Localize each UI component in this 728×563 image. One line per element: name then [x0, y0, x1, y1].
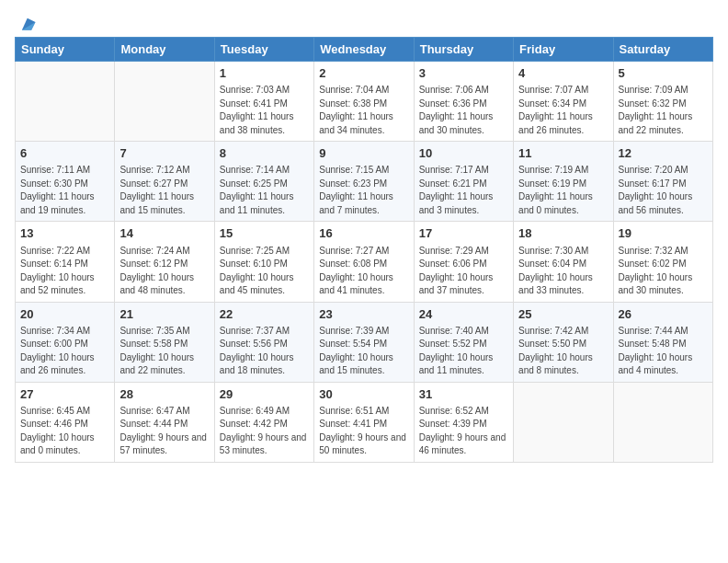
day-info: Sunrise: 7:20 AM Sunset: 6:17 PM Dayligh…	[619, 164, 708, 217]
calendar-table: SundayMondayTuesdayWednesdayThursdayFrid…	[15, 37, 713, 463]
day-number: 11	[518, 145, 608, 162]
calendar-cell: 5Sunrise: 7:09 AM Sunset: 6:32 PM Daylig…	[613, 62, 712, 142]
calendar-cell: 24Sunrise: 7:40 AM Sunset: 5:52 PM Dayli…	[414, 302, 513, 382]
calendar-cell: 8Sunrise: 7:14 AM Sunset: 6:25 PM Daylig…	[214, 142, 313, 222]
day-number: 25	[518, 306, 608, 323]
day-info: Sunrise: 7:44 AM Sunset: 5:48 PM Dayligh…	[619, 325, 708, 378]
calendar-cell: 26Sunrise: 7:44 AM Sunset: 5:48 PM Dayli…	[613, 302, 712, 382]
day-of-week-header: Tuesday	[214, 38, 313, 62]
day-info: Sunrise: 6:47 AM Sunset: 4:44 PM Dayligh…	[119, 405, 209, 458]
day-number: 26	[619, 306, 708, 323]
day-number: 20	[20, 306, 109, 323]
page-header	[15, 15, 713, 29]
calendar-cell: 17Sunrise: 7:29 AM Sunset: 6:06 PM Dayli…	[414, 222, 513, 302]
calendar-cell: 12Sunrise: 7:20 AM Sunset: 6:17 PM Dayli…	[613, 142, 712, 222]
calendar-week-row: 27Sunrise: 6:45 AM Sunset: 4:46 PM Dayli…	[16, 382, 713, 462]
calendar-cell	[613, 382, 712, 462]
day-info: Sunrise: 7:19 AM Sunset: 6:19 PM Dayligh…	[518, 164, 608, 217]
logo-icon	[17, 15, 37, 35]
day-number: 17	[419, 225, 508, 242]
calendar-cell: 10Sunrise: 7:17 AM Sunset: 6:21 PM Dayli…	[414, 142, 513, 222]
day-number: 22	[220, 306, 309, 323]
calendar-cell: 31Sunrise: 6:52 AM Sunset: 4:39 PM Dayli…	[414, 382, 513, 462]
day-info: Sunrise: 7:06 AM Sunset: 6:36 PM Dayligh…	[419, 84, 508, 137]
day-number: 14	[119, 225, 209, 242]
day-of-week-header: Saturday	[613, 38, 712, 62]
day-of-week-header: Wednesday	[314, 38, 414, 62]
day-of-week-header: Friday	[514, 38, 613, 62]
day-number: 27	[20, 386, 109, 403]
day-number: 7	[119, 145, 209, 162]
day-number: 8	[220, 145, 309, 162]
day-info: Sunrise: 7:14 AM Sunset: 6:25 PM Dayligh…	[220, 164, 309, 217]
day-of-week-header: Sunday	[16, 38, 115, 62]
day-info: Sunrise: 7:39 AM Sunset: 5:54 PM Dayligh…	[319, 325, 408, 378]
day-number: 18	[518, 225, 608, 242]
day-number: 6	[20, 145, 109, 162]
day-info: Sunrise: 7:04 AM Sunset: 6:38 PM Dayligh…	[319, 84, 408, 137]
day-info: Sunrise: 6:51 AM Sunset: 4:41 PM Dayligh…	[319, 405, 408, 458]
day-number: 24	[419, 306, 508, 323]
day-of-week-header: Thursday	[414, 38, 513, 62]
day-number: 21	[119, 306, 209, 323]
day-number: 1	[220, 65, 309, 82]
day-info: Sunrise: 7:22 AM Sunset: 6:14 PM Dayligh…	[20, 245, 109, 298]
logo	[15, 15, 37, 29]
calendar-cell: 28Sunrise: 6:47 AM Sunset: 4:44 PM Dayli…	[115, 382, 214, 462]
day-info: Sunrise: 7:40 AM Sunset: 5:52 PM Dayligh…	[419, 325, 508, 378]
day-number: 29	[220, 386, 309, 403]
day-info: Sunrise: 7:32 AM Sunset: 6:02 PM Dayligh…	[619, 245, 708, 298]
day-of-week-header: Monday	[115, 38, 214, 62]
day-info: Sunrise: 7:29 AM Sunset: 6:06 PM Dayligh…	[419, 245, 508, 298]
day-info: Sunrise: 7:34 AM Sunset: 6:00 PM Dayligh…	[20, 325, 109, 378]
calendar-cell: 18Sunrise: 7:30 AM Sunset: 6:04 PM Dayli…	[514, 222, 613, 302]
calendar-week-row: 13Sunrise: 7:22 AM Sunset: 6:14 PM Dayli…	[16, 222, 713, 302]
calendar-cell: 6Sunrise: 7:11 AM Sunset: 6:30 PM Daylig…	[16, 142, 115, 222]
day-info: Sunrise: 7:09 AM Sunset: 6:32 PM Dayligh…	[619, 84, 708, 137]
day-number: 31	[419, 386, 508, 403]
calendar-cell: 14Sunrise: 7:24 AM Sunset: 6:12 PM Dayli…	[115, 222, 214, 302]
calendar-header-row: SundayMondayTuesdayWednesdayThursdayFrid…	[16, 38, 713, 62]
day-number: 12	[619, 145, 708, 162]
calendar-cell: 20Sunrise: 7:34 AM Sunset: 6:00 PM Dayli…	[16, 302, 115, 382]
calendar-week-row: 6Sunrise: 7:11 AM Sunset: 6:30 PM Daylig…	[16, 142, 713, 222]
calendar-cell	[16, 62, 115, 142]
day-info: Sunrise: 7:15 AM Sunset: 6:23 PM Dayligh…	[319, 164, 408, 217]
day-info: Sunrise: 7:12 AM Sunset: 6:27 PM Dayligh…	[119, 164, 209, 217]
day-info: Sunrise: 6:45 AM Sunset: 4:46 PM Dayligh…	[20, 405, 109, 458]
calendar-cell: 23Sunrise: 7:39 AM Sunset: 5:54 PM Dayli…	[314, 302, 414, 382]
day-info: Sunrise: 7:27 AM Sunset: 6:08 PM Dayligh…	[319, 245, 408, 298]
day-number: 4	[518, 65, 608, 82]
calendar-cell: 7Sunrise: 7:12 AM Sunset: 6:27 PM Daylig…	[115, 142, 214, 222]
calendar-cell: 3Sunrise: 7:06 AM Sunset: 6:36 PM Daylig…	[414, 62, 513, 142]
calendar-cell: 27Sunrise: 6:45 AM Sunset: 4:46 PM Dayli…	[16, 382, 115, 462]
calendar-cell: 11Sunrise: 7:19 AM Sunset: 6:19 PM Dayli…	[514, 142, 613, 222]
calendar-cell	[115, 62, 214, 142]
day-info: Sunrise: 7:07 AM Sunset: 6:34 PM Dayligh…	[518, 84, 608, 137]
calendar-cell: 16Sunrise: 7:27 AM Sunset: 6:08 PM Dayli…	[314, 222, 414, 302]
day-number: 10	[419, 145, 508, 162]
day-number: 2	[319, 65, 408, 82]
day-number: 16	[319, 225, 408, 242]
calendar-week-row: 1Sunrise: 7:03 AM Sunset: 6:41 PM Daylig…	[16, 62, 713, 142]
day-number: 28	[119, 386, 209, 403]
calendar-cell: 4Sunrise: 7:07 AM Sunset: 6:34 PM Daylig…	[514, 62, 613, 142]
day-info: Sunrise: 6:49 AM Sunset: 4:42 PM Dayligh…	[220, 405, 309, 458]
day-number: 15	[220, 225, 309, 242]
day-info: Sunrise: 7:35 AM Sunset: 5:58 PM Dayligh…	[119, 325, 209, 378]
day-number: 30	[319, 386, 408, 403]
day-info: Sunrise: 7:03 AM Sunset: 6:41 PM Dayligh…	[220, 84, 309, 137]
day-number: 9	[319, 145, 408, 162]
calendar-cell: 25Sunrise: 7:42 AM Sunset: 5:50 PM Dayli…	[514, 302, 613, 382]
calendar-week-row: 20Sunrise: 7:34 AM Sunset: 6:00 PM Dayli…	[16, 302, 713, 382]
calendar-cell: 9Sunrise: 7:15 AM Sunset: 6:23 PM Daylig…	[314, 142, 414, 222]
day-info: Sunrise: 7:11 AM Sunset: 6:30 PM Dayligh…	[20, 164, 109, 217]
calendar-cell: 19Sunrise: 7:32 AM Sunset: 6:02 PM Dayli…	[613, 222, 712, 302]
day-info: Sunrise: 7:24 AM Sunset: 6:12 PM Dayligh…	[119, 245, 209, 298]
day-number: 5	[619, 65, 708, 82]
day-number: 3	[419, 65, 508, 82]
calendar-cell: 13Sunrise: 7:22 AM Sunset: 6:14 PM Dayli…	[16, 222, 115, 302]
day-info: Sunrise: 7:37 AM Sunset: 5:56 PM Dayligh…	[220, 325, 309, 378]
calendar-cell: 2Sunrise: 7:04 AM Sunset: 6:38 PM Daylig…	[314, 62, 414, 142]
day-info: Sunrise: 7:17 AM Sunset: 6:21 PM Dayligh…	[419, 164, 508, 217]
